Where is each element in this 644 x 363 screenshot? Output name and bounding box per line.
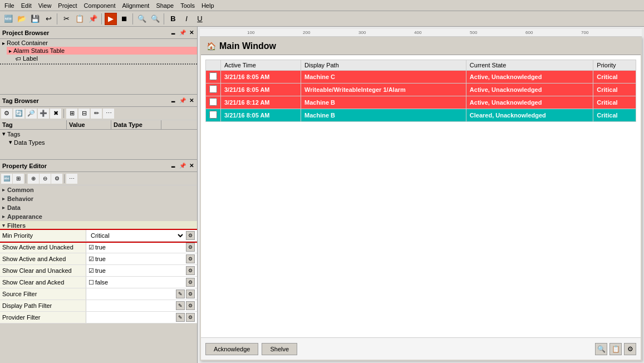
display-path-filter-edit-btn[interactable]: ✎ xyxy=(176,301,185,310)
filters-expand-icon: ▾ xyxy=(2,223,5,228)
prop-section-common[interactable]: ▸ Common xyxy=(0,185,197,194)
toolbar-stop[interactable]: ⏹ xyxy=(118,13,130,25)
project-browser-minimize[interactable]: 🗕 xyxy=(169,30,177,36)
menu-help[interactable]: Help xyxy=(198,1,218,10)
prop-source-filter-value[interactable]: ✎ ⚙ xyxy=(86,288,197,300)
prop-provider-filter-value[interactable]: ✎ ⚙ xyxy=(86,312,197,323)
provider-filter-icon-btn[interactable]: ⚙ xyxy=(186,313,195,322)
toolbar-cut[interactable]: ✂ xyxy=(60,13,72,25)
tag-expand-btn[interactable]: ⊞ xyxy=(66,109,77,119)
project-browser-pin[interactable]: 📌 xyxy=(178,30,187,36)
prop-display-path-filter-value[interactable]: ✎ ⚙ xyxy=(86,300,197,311)
property-editor-minimize[interactable]: 🗕 xyxy=(169,163,177,169)
min-priority-select[interactable]: Critical High Medium Low xyxy=(89,232,185,239)
tree-alarm-status-table[interactable]: ▸ Alarm Status Table xyxy=(7,47,197,55)
tag-add-btn[interactable]: ➕ xyxy=(38,109,49,119)
toolbar-open[interactable]: 📂 xyxy=(16,13,28,25)
toolbar-bold[interactable]: B xyxy=(167,13,179,25)
menu-view[interactable]: View xyxy=(35,1,55,10)
toolbar-undo[interactable]: ↩ xyxy=(42,13,55,25)
row-checkbox-0[interactable] xyxy=(209,72,217,80)
show-active-unacked-checkbox[interactable] xyxy=(89,244,94,251)
property-editor-pin[interactable]: 📌 xyxy=(178,163,187,169)
toolbar-paste[interactable]: 📌 xyxy=(87,13,99,25)
row-checkbox-3[interactable] xyxy=(209,111,217,119)
row-display-path-2: Machine B xyxy=(301,96,466,109)
footer-search-btn[interactable]: 🔍 xyxy=(595,343,607,355)
footer-options-btn[interactable]: 📋 xyxy=(609,343,622,355)
tag-collapse-btn[interactable]: ⊟ xyxy=(78,109,90,119)
tag-refresh-btn[interactable]: 🔄 xyxy=(13,109,24,119)
show-active-unacked-icon-btn[interactable]: ⚙ xyxy=(186,243,195,252)
prop-section-behavior[interactable]: ▸ Behavior xyxy=(0,194,197,203)
toolbar-zoom-in[interactable]: 🔍 xyxy=(136,13,148,25)
show-clear-unacked-checkbox[interactable] xyxy=(89,267,94,274)
row-checkbox-1[interactable] xyxy=(209,85,217,93)
show-active-acked-checkbox[interactable] xyxy=(89,256,94,263)
prop-sort-cat[interactable]: ⊞ xyxy=(13,174,24,184)
acknowledge-button[interactable]: Acknowledge xyxy=(205,343,258,355)
toolbar-copy[interactable]: 📋 xyxy=(73,13,86,25)
source-filter-edit-btn[interactable]: ✎ xyxy=(176,290,185,298)
prop-section-filters[interactable]: ▾ Filters xyxy=(0,221,197,230)
tag-browser-minimize[interactable]: 🗕 xyxy=(169,97,177,104)
prop-section-data[interactable]: ▸ Data xyxy=(0,203,197,212)
prop-show-active-acked-label: Show Active and Acked xyxy=(0,253,86,264)
tag-delete-btn[interactable]: ✖ xyxy=(50,109,61,119)
menu-alignment[interactable]: Alignment xyxy=(119,1,153,10)
prop-collapse-all[interactable]: ⊖ xyxy=(40,174,51,184)
tree-root-container[interactable]: ▸ Root Container xyxy=(0,39,197,47)
show-clear-unacked-icon-btn[interactable]: ⚙ xyxy=(186,266,195,275)
menu-shape[interactable]: Shape xyxy=(153,1,177,10)
col-priority: Priority xyxy=(593,60,636,71)
min-priority-icon-btn[interactable]: ⚙ xyxy=(186,231,195,240)
common-label: Common xyxy=(7,187,34,193)
prop-show-clear-unacked-value[interactable]: true ⚙ xyxy=(86,265,197,276)
prop-show-clear-acked-value[interactable]: false ⚙ xyxy=(86,277,197,288)
tag-browser-pin[interactable]: 📌 xyxy=(178,97,187,104)
tag-more-btn[interactable]: ⋯ xyxy=(103,109,114,119)
prop-sort-alpha[interactable]: 🔤 xyxy=(1,174,12,184)
prop-min-priority-value[interactable]: Critical High Medium Low ⚙ xyxy=(86,230,197,241)
tag-edit-btn[interactable]: ✏ xyxy=(91,109,102,119)
project-browser-header: Project Browser 🗕 📌 ✕ xyxy=(0,27,197,39)
menu-file[interactable]: File xyxy=(1,1,18,10)
prop-filter[interactable]: ⚙ xyxy=(51,174,62,184)
prop-section-appearance[interactable]: ▸ Appearance xyxy=(0,212,197,221)
tag-browser-close[interactable]: ✕ xyxy=(188,97,195,104)
shelve-button[interactable]: Shelve xyxy=(262,343,297,355)
toolbar-underline[interactable]: U xyxy=(194,13,206,25)
menu-edit[interactable]: Edit xyxy=(18,1,35,10)
prop-show-active-unacked-value[interactable]: true ⚙ xyxy=(86,242,197,253)
prop-min-priority-label: Min Priority xyxy=(0,230,86,241)
prop-show-active-acked-value[interactable]: true ⚙ xyxy=(86,253,197,264)
toolbar-play[interactable]: ▶ xyxy=(105,13,117,25)
menu-tools[interactable]: Tools xyxy=(177,1,198,10)
menu-component[interactable]: Component xyxy=(81,1,119,10)
project-browser-title: Project Browser xyxy=(2,30,49,36)
prop-display-path-filter-label: Display Path Filter xyxy=(0,300,86,311)
menu-project[interactable]: Project xyxy=(55,1,80,10)
provider-filter-edit-btn[interactable]: ✎ xyxy=(176,313,185,322)
project-browser-close[interactable]: ✕ xyxy=(188,30,195,36)
show-clear-acked-checkbox[interactable] xyxy=(89,279,94,286)
toolbar-italic[interactable]: I xyxy=(180,13,193,25)
show-active-acked-icon-btn[interactable]: ⚙ xyxy=(186,254,195,263)
main-window-header: 🏠 Main Window xyxy=(201,38,641,55)
toolbar-new[interactable]: 🆕 xyxy=(2,13,14,25)
property-editor-close[interactable]: ✕ xyxy=(188,163,195,169)
tag-row-tags[interactable]: ▾ Tags xyxy=(0,130,197,138)
prop-expand-all[interactable]: ⊕ xyxy=(28,174,39,184)
tag-row-datatypes[interactable]: ▾ Data Types xyxy=(7,138,197,146)
show-clear-acked-icon-btn[interactable]: ⚙ xyxy=(186,278,195,287)
footer-settings-btn[interactable]: ⚙ xyxy=(624,343,636,355)
toolbar-save[interactable]: 💾 xyxy=(29,13,41,25)
tag-opc-btn[interactable]: ⚙ xyxy=(1,109,12,119)
toolbar-zoom-out[interactable]: 🔍 xyxy=(149,13,161,25)
row-checkbox-2[interactable] xyxy=(209,98,217,106)
display-path-filter-icon-btn[interactable]: ⚙ xyxy=(186,301,195,310)
prop-more-btn[interactable]: ⋯ xyxy=(66,174,77,184)
tag-filter-btn[interactable]: 🔎 xyxy=(26,109,37,119)
tree-label[interactable]: 🏷 Label xyxy=(13,55,197,62)
source-filter-icon-btn[interactable]: ⚙ xyxy=(186,290,195,298)
